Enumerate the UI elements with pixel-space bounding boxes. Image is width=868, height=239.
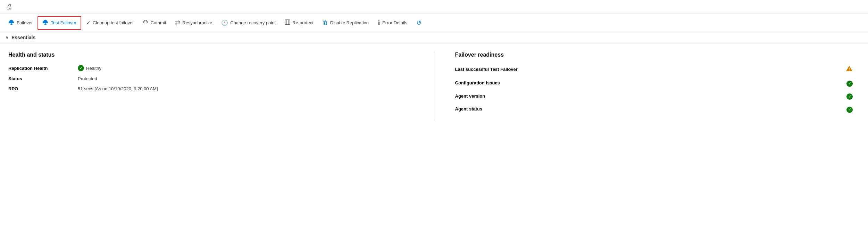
svg-text:!: ! bbox=[849, 67, 850, 71]
last-test-failover-icon: ! bbox=[846, 65, 853, 74]
commit-label: Commit bbox=[150, 20, 166, 25]
last-test-failover-label: Last successful Test Failover bbox=[455, 67, 518, 72]
replication-health-value: ✓ Healthy bbox=[78, 65, 101, 71]
resync-icon: ⇄ bbox=[175, 19, 180, 27]
vertical-divider bbox=[434, 52, 434, 121]
failover-readiness-title: Failover readiness bbox=[455, 52, 860, 58]
failover-readiness-section: Failover readiness Last successful Test … bbox=[455, 52, 860, 121]
replication-health-row: Replication Health ✓ Healthy bbox=[8, 65, 413, 71]
status-label: Status bbox=[8, 76, 78, 81]
error-icon: ℹ bbox=[378, 19, 380, 27]
replication-health-status-icon: ✓ bbox=[78, 65, 84, 71]
content-area: Health and status Replication Health ✓ H… bbox=[0, 43, 868, 130]
cleanup-test-failover-button[interactable]: ✓ Cleanup test failover bbox=[82, 16, 138, 30]
config-issues-row: Configuration issues ✓ bbox=[455, 79, 860, 87]
failover-icon bbox=[8, 19, 15, 26]
last-test-failover-row: Last successful Test Failover ! bbox=[455, 65, 860, 74]
test-failover-button[interactable]: Test Failover bbox=[37, 16, 81, 30]
agent-version-label: Agent version bbox=[455, 93, 485, 99]
resynchronize-button[interactable]: ⇄ Resynchronize bbox=[171, 16, 216, 30]
failover-label: Failover bbox=[17, 20, 33, 25]
agent-version-row: Agent version ✓ bbox=[455, 92, 860, 100]
change-recovery-point-button[interactable]: 🕐 Change recovery point bbox=[217, 16, 280, 30]
agent-status-icon: ✓ bbox=[846, 105, 853, 113]
agent-status-row: Agent status ✓ bbox=[455, 105, 860, 113]
essentials-label: Essentials bbox=[11, 35, 35, 40]
test-failover-icon bbox=[42, 19, 49, 26]
disable-icon: 🗑 bbox=[323, 20, 328, 26]
change-recovery-point-label: Change recovery point bbox=[230, 20, 276, 25]
config-issues-label: Configuration issues bbox=[455, 80, 500, 85]
rpo-row: RPO 51 secs [As on 10/19/2020, 9:20:00 A… bbox=[8, 86, 413, 91]
svg-rect-2 bbox=[285, 20, 290, 25]
agent-status-label: Agent status bbox=[455, 106, 483, 112]
refresh-icon: ↺ bbox=[416, 19, 422, 27]
chevron-icon: ∨ bbox=[6, 35, 9, 40]
commit-icon bbox=[143, 19, 148, 26]
disable-replication-button[interactable]: 🗑 Disable Replication bbox=[318, 16, 373, 30]
status-row: Status Protected bbox=[8, 76, 413, 81]
toolbar: Failover Test Failover ✓ Cleanup test fa… bbox=[0, 14, 868, 32]
recovery-icon: 🕐 bbox=[221, 19, 228, 26]
test-failover-label: Test Failover bbox=[51, 20, 76, 25]
essentials-bar[interactable]: ∨ Essentials bbox=[0, 32, 868, 43]
refresh-button[interactable]: ↺ bbox=[412, 16, 426, 30]
rpo-label: RPO bbox=[8, 86, 78, 91]
disable-replication-label: Disable Replication bbox=[330, 20, 369, 25]
print-icon[interactable]: 🖨 bbox=[6, 3, 12, 11]
top-bar: 🖨 bbox=[0, 0, 868, 14]
replication-health-label: Replication Health bbox=[8, 66, 78, 71]
cleanup-icon: ✓ bbox=[86, 19, 91, 26]
cleanup-label: Cleanup test failover bbox=[93, 20, 134, 25]
health-status-title: Health and status bbox=[8, 52, 413, 58]
error-details-button[interactable]: ℹ Error Details bbox=[374, 16, 411, 30]
error-details-label: Error Details bbox=[382, 20, 407, 25]
agent-version-icon: ✓ bbox=[846, 92, 853, 100]
resynchronize-label: Resynchronize bbox=[182, 20, 212, 25]
status-value: Protected bbox=[78, 76, 97, 81]
failover-button[interactable]: Failover bbox=[4, 16, 37, 30]
reprotect-label: Re-protect bbox=[292, 20, 314, 25]
config-issues-icon: ✓ bbox=[846, 79, 853, 87]
health-status-section: Health and status Replication Health ✓ H… bbox=[8, 52, 413, 121]
commit-button[interactable]: Commit bbox=[139, 16, 170, 30]
reprotect-icon bbox=[285, 19, 290, 26]
rpo-value: 51 secs [As on 10/19/2020, 9:20:00 AM] bbox=[78, 86, 158, 91]
reprotect-button[interactable]: Re-protect bbox=[281, 16, 318, 30]
